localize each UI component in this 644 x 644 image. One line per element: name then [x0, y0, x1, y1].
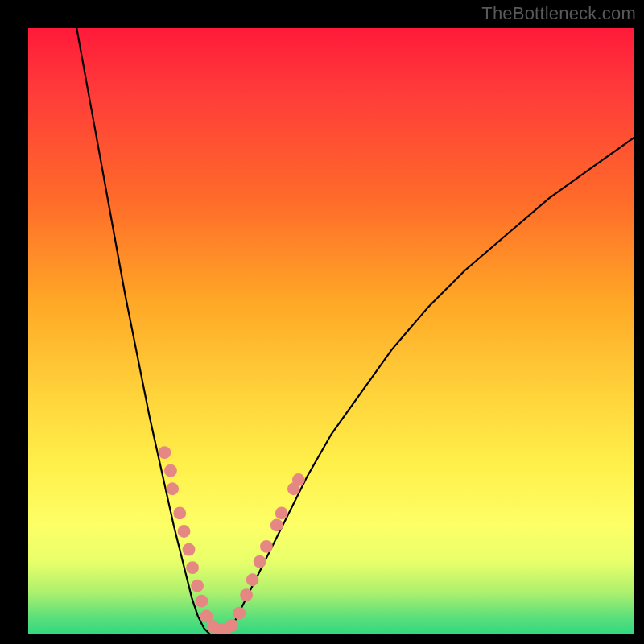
curve-right-curve — [228, 138, 634, 634]
plot-area — [28, 28, 634, 634]
marker-point — [292, 473, 305, 486]
marker-point — [178, 525, 191, 538]
marker-point — [186, 561, 199, 574]
curve-layer — [76, 28, 634, 634]
marker-point — [254, 555, 266, 568]
marker-point — [260, 540, 273, 553]
marker-point — [270, 519, 283, 532]
marker-point — [183, 543, 196, 556]
watermark-text: TheBottleneck.com — [481, 3, 636, 24]
chart-svg — [28, 28, 634, 634]
marker-point — [191, 580, 204, 592]
marker-point — [159, 446, 171, 459]
marker-point — [233, 607, 246, 620]
marker-layer — [159, 446, 305, 634]
chart-stage: TheBottleneck.com — [0, 0, 644, 644]
marker-point — [164, 464, 177, 477]
marker-point — [275, 506, 288, 519]
marker-point — [240, 588, 253, 601]
marker-point — [195, 595, 208, 608]
marker-point — [173, 506, 186, 519]
marker-point — [225, 619, 238, 632]
marker-point — [246, 573, 259, 586]
marker-point — [166, 482, 179, 495]
